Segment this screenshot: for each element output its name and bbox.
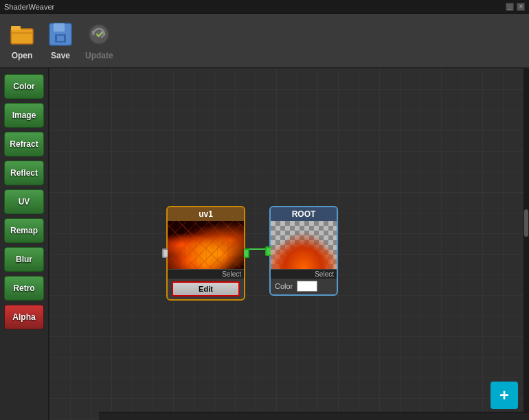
title-bar: ShaderWeaver _ ✕: [0, 0, 529, 14]
update-icon: [85, 21, 113, 48]
root-fire: [271, 231, 337, 269]
svg-rect-5: [57, 36, 64, 41]
bottom-bar: [99, 412, 529, 420]
root-checker: [271, 221, 337, 269]
root-color-swatch[interactable]: [297, 281, 317, 292]
root-color-label: Color: [275, 282, 293, 290]
add-node-button[interactable]: +: [491, 382, 518, 409]
root-preview: [271, 221, 337, 269]
sidebar-item-alpha[interactable]: Alpha: [4, 305, 44, 329]
root-select-bar[interactable]: Select: [271, 269, 337, 279]
root-title: ROOT: [271, 207, 337, 221]
window-controls: _ ✕: [506, 3, 525, 11]
save-icon: [47, 21, 74, 48]
close-button[interactable]: ✕: [517, 3, 525, 11]
scrollbar[interactable]: [524, 69, 529, 420]
sidebar-item-refract[interactable]: Refract: [4, 132, 44, 156]
save-label: Save: [51, 51, 70, 60]
sidebar-item-retro[interactable]: Retro: [4, 276, 44, 301]
svg-rect-1: [11, 26, 21, 30]
minimize-button[interactable]: _: [506, 3, 514, 11]
uv1-node: uv1 Select Edit: [166, 206, 245, 301]
open-button[interactable]: Open: [8, 21, 36, 60]
uv1-lava-overlay: [168, 221, 244, 269]
root-color-row: Color: [271, 279, 337, 294]
sidebar-item-color[interactable]: Color: [4, 74, 44, 99]
uv1-edit-button[interactable]: Edit: [172, 281, 240, 296]
sidebar: Color Image Refract Reflect UV Remap Blu…: [0, 69, 49, 420]
update-button[interactable]: Update: [85, 21, 113, 60]
root-node: ROOT Select Color: [269, 206, 338, 296]
sidebar-item-uv[interactable]: UV: [4, 189, 44, 214]
save-button[interactable]: Save: [47, 21, 74, 60]
main-area: Color Image Refract Reflect UV Remap Blu…: [0, 69, 529, 420]
update-label: Update: [85, 51, 113, 60]
sidebar-item-image[interactable]: Image: [4, 103, 44, 128]
sidebar-item-blur[interactable]: Blur: [4, 247, 44, 272]
scrollbar-thumb[interactable]: [524, 209, 528, 237]
uv1-title: uv1: [168, 207, 244, 221]
svg-rect-3: [54, 23, 65, 32]
canvas-area[interactable]: uv1 Select Edit ROOT Select Color: [49, 69, 529, 420]
svg-rect-0: [11, 29, 33, 44]
toolbar: Open Save Update: [0, 14, 529, 69]
uv1-select-bar[interactable]: Select: [168, 269, 244, 279]
sidebar-item-remap[interactable]: Remap: [4, 218, 44, 243]
open-icon: [8, 21, 36, 48]
uv1-preview: [168, 221, 244, 269]
app-title: ShaderWeaver: [4, 3, 54, 11]
open-label: Open: [12, 51, 33, 60]
sidebar-item-reflect[interactable]: Reflect: [4, 161, 44, 185]
